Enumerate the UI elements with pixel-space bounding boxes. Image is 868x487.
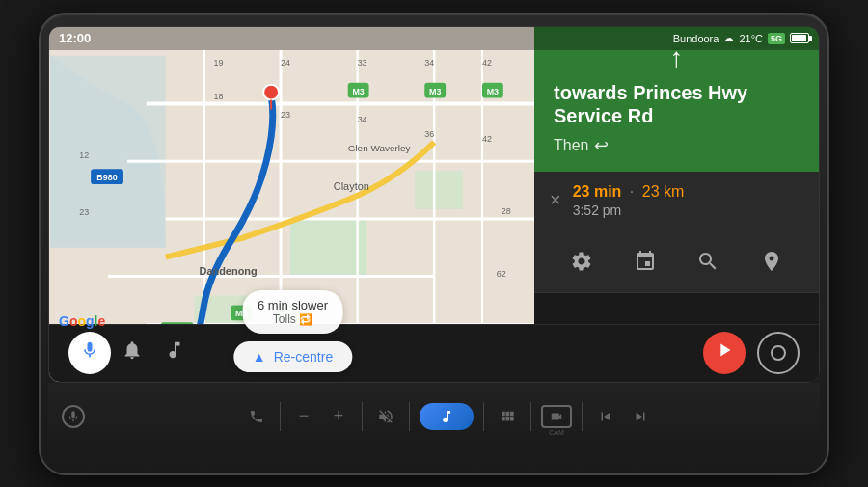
track-controls (592, 403, 654, 430)
svg-text:19: 19 (213, 57, 223, 67)
svg-text:33: 33 (358, 57, 367, 67)
svg-text:24: 24 (281, 57, 290, 67)
music-icon (164, 339, 185, 366)
physical-controls: − + (48, 383, 820, 450)
music-center-button[interactable] (420, 403, 474, 430)
route-alt-card[interactable]: 6 min slower Tolls 🔁 (242, 290, 343, 334)
physical-mic-button[interactable] (62, 405, 85, 428)
then-arrow-icon: ↩ (594, 135, 609, 156)
eta-separator: · (630, 183, 634, 200)
app-bar (49, 324, 819, 382)
route-alt-sub: Tolls 🔁 (258, 312, 328, 326)
circle-button[interactable] (757, 332, 800, 374)
location-label: Bundoora (673, 33, 719, 44)
recentre-label: Re-centre (274, 349, 333, 365)
svg-text:36: 36 (424, 129, 434, 139)
prev-track-button[interactable] (592, 403, 619, 430)
screen: 12:00 Bundoora ☁ 21°C 5G (48, 26, 820, 383)
recentre-arrow-icon: ▲ (253, 349, 266, 365)
status-bar: 12:00 Bundoora ☁ 21°C 5G (49, 27, 819, 50)
svg-text:Clayton: Clayton (334, 180, 369, 192)
close-button[interactable]: × (550, 189, 561, 211)
phone-button[interactable] (243, 403, 270, 430)
svg-text:B980: B980 (96, 173, 117, 182)
volume-up-button[interactable]: + (325, 403, 352, 430)
svg-text:M3: M3 (487, 86, 499, 95)
location-button[interactable] (754, 244, 789, 279)
divider-3 (409, 402, 410, 431)
svg-text:23: 23 (281, 110, 290, 120)
svg-rect-4 (415, 171, 463, 209)
battery-icon (790, 33, 809, 43)
eta-minutes: 23 min (573, 183, 622, 200)
divider-2 (362, 402, 363, 431)
bell-icon (122, 339, 143, 366)
svg-text:Dandenong: Dandenong (200, 264, 258, 276)
google-logo: Google (59, 313, 105, 329)
weather-icon: ☁ (723, 32, 734, 44)
then-label: Then (554, 137, 588, 154)
svg-text:18: 18 (213, 91, 223, 100)
eta-distance: 23 km (642, 183, 685, 200)
direction-then: Then ↩ (554, 135, 800, 156)
svg-text:M3: M3 (429, 86, 441, 95)
car-display: ////ALPINE 12:00 Bundoora ☁ 21°C 5G (39, 13, 829, 475)
mute-button[interactable] (372, 403, 399, 430)
svg-text:12: 12 (79, 150, 89, 160)
divider-5 (530, 402, 531, 431)
direction-street: towards Princes Hwy Service Rd (554, 81, 800, 127)
svg-text:42: 42 (482, 57, 492, 67)
phone-controls (243, 403, 270, 430)
status-right: Bundoora ☁ 21°C 5G (673, 32, 809, 44)
mic-icon (80, 340, 99, 365)
svg-point-31 (263, 84, 279, 99)
divider-1 (280, 402, 281, 431)
settings-button[interactable] (564, 244, 599, 279)
volume-down-button[interactable]: − (290, 403, 317, 430)
svg-text:34: 34 (358, 115, 367, 124)
play-icon (714, 339, 735, 366)
eta-arrival-time: 3:52 pm (573, 203, 803, 218)
eta-info: 23 min · 23 km 3:52 pm (573, 183, 803, 218)
eta-main: 23 min · 23 km (573, 183, 803, 201)
svg-text:M3: M3 (352, 86, 364, 95)
music-button[interactable] (153, 332, 196, 374)
route-alt-text: 6 min slower (258, 298, 328, 312)
play-button[interactable] (703, 332, 746, 374)
svg-rect-2 (290, 218, 367, 276)
cam-label: CAM (549, 429, 564, 436)
toll-icon: 🔁 (299, 313, 312, 325)
svg-text:42: 42 (482, 134, 492, 144)
clock: 12:00 (59, 31, 91, 45)
divider-4 (483, 402, 484, 431)
svg-text:23: 23 (79, 206, 89, 216)
network-signal: 5G (768, 33, 785, 44)
recentre-button[interactable]: ▲ Re-centre (233, 341, 352, 372)
camera-button[interactable]: CAM (541, 405, 572, 428)
volume-controls: − + (290, 403, 352, 430)
eta-row: × 23 min · 23 km 3:52 pm (534, 172, 819, 230)
mic-button[interactable] (68, 332, 111, 374)
circle-icon (771, 345, 786, 361)
apps-button[interactable] (494, 403, 521, 430)
svg-text:Glen Waverley: Glen Waverley (348, 143, 411, 153)
search-button[interactable] (691, 244, 725, 279)
divider-6 (582, 402, 583, 431)
route-options-button[interactable] (628, 244, 663, 279)
next-track-button[interactable] (627, 403, 654, 430)
svg-text:34: 34 (424, 57, 434, 67)
temperature: 21°C (739, 33, 763, 44)
bell-button[interactable] (111, 332, 153, 374)
svg-text:28: 28 (502, 205, 511, 215)
action-row (534, 230, 819, 293)
svg-text:62: 62 (497, 268, 506, 278)
